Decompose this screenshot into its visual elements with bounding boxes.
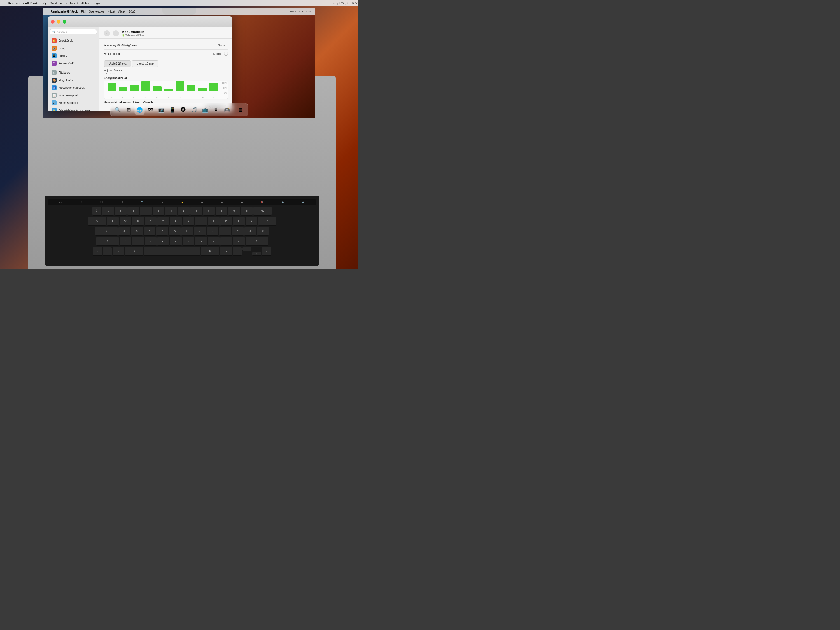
key-left[interactable]: ‹ (233, 247, 242, 256)
key-up[interactable]: ↑ (243, 247, 251, 251)
sidebar-item-adatvedelm[interactable]: 🔒 Adatvédelem és biztonság (49, 107, 98, 111)
key-j[interactable]: J (194, 227, 206, 236)
menubar-file[interactable]: Fájl (40, 2, 48, 5)
tb-search[interactable]: 🔍 (141, 201, 144, 203)
minimize-button[interactable] (57, 20, 60, 24)
sidebar-item-altalanos[interactable]: ⚙ Általános (49, 69, 98, 76)
menubar-app-name[interactable]: Rendszerbeállítások (6, 2, 40, 5)
key-3[interactable]: 3 (127, 207, 139, 216)
key-option-l[interactable]: ⌥ (112, 247, 124, 256)
key-t[interactable]: T (157, 217, 169, 226)
key-h[interactable]: H (182, 227, 193, 236)
key-g[interactable]: G (169, 227, 181, 236)
key-tab[interactable]: ↹ (88, 217, 106, 226)
menubar-edit[interactable]: Szerkesztés (48, 2, 68, 5)
key-d[interactable]: D (144, 227, 155, 236)
key-b[interactable]: B (183, 237, 194, 246)
screen-window[interactable]: Ablak (117, 10, 127, 13)
tb-vol-up[interactable]: 🔊 (302, 201, 305, 203)
key-i-acute[interactable]: Í (120, 237, 131, 246)
tb-brightness-down[interactable]: ☀ (81, 201, 82, 203)
key-cmd-l[interactable]: ⌘ (125, 247, 144, 256)
tb-esc[interactable]: esc (59, 201, 62, 203)
forward-button[interactable]: › (113, 30, 119, 36)
dock-finder[interactable]: 🔍 (113, 105, 123, 115)
key-r[interactable]: R (145, 217, 156, 226)
key-v[interactable]: V (170, 237, 182, 246)
key-o[interactable]: O (208, 217, 219, 226)
tb-playpause[interactable]: ⏯ (221, 201, 223, 203)
key-question[interactable]: ? (220, 237, 232, 246)
key-4[interactable]: 4 (140, 207, 152, 216)
key-right[interactable]: › (262, 247, 271, 256)
back-button[interactable]: ‹ (104, 30, 110, 36)
dock-safari[interactable]: 🌐 (135, 105, 145, 115)
key-u-long[interactable]: Ű (257, 227, 269, 236)
key-lshift[interactable]: ⇧ (96, 237, 119, 246)
key-x[interactable]: X (145, 237, 156, 246)
dock-game[interactable]: 🎮 (222, 105, 232, 115)
key-p[interactable]: P (220, 217, 232, 226)
tb-vol-down[interactable]: 🔉 (282, 201, 284, 203)
key-q[interactable]: Q (107, 217, 119, 226)
key-e[interactable]: E (132, 217, 144, 226)
menubar-view[interactable]: Nézet (68, 2, 80, 5)
dock-photos[interactable]: 📷 (156, 105, 167, 115)
key-ctrl[interactable]: ⌃ (103, 247, 112, 256)
menubar-window[interactable]: Ablak (80, 2, 91, 5)
key-section[interactable]: §0 (92, 207, 101, 216)
key-m[interactable]: M (208, 237, 219, 246)
tb-mission[interactable]: ⊞ (122, 201, 123, 203)
key-5[interactable]: 5 (153, 207, 164, 216)
key-a[interactable]: A (118, 227, 130, 236)
sidebar-item-fokusz[interactable]: 📱 Fókusz (49, 52, 98, 59)
key-backspace[interactable]: ⌫ (253, 207, 272, 216)
sidebar-item-kisegito[interactable]: ♿ Kisegítő lehetőségek (49, 84, 98, 91)
key-c[interactable]: C (157, 237, 169, 246)
tb-mute[interactable]: 🔇 (261, 201, 264, 203)
key-a-acute[interactable]: Á (245, 227, 256, 236)
maximize-button[interactable] (63, 20, 66, 24)
key-8[interactable]: 8 (190, 207, 202, 216)
dock-music[interactable]: 🎵 (189, 105, 199, 115)
key-space[interactable] (144, 247, 200, 256)
dock-tv[interactable]: 📺 (200, 105, 210, 115)
key-u[interactable]: U (183, 217, 194, 226)
dock-facetime[interactable]: 📱 (167, 105, 177, 115)
key-z[interactable]: Z (170, 217, 182, 226)
key-f[interactable]: F (156, 227, 168, 236)
screen-file[interactable]: Fájl (79, 10, 87, 13)
dock-launchpad[interactable]: ⊞ (124, 105, 134, 115)
key-return[interactable]: ↵ (258, 217, 276, 226)
key-option-r[interactable]: ⌥ (220, 247, 232, 256)
tab-24h[interactable]: Utolsó 24 óra (104, 60, 131, 67)
dock-appstore[interactable]: 🅐 (178, 105, 188, 115)
key-l[interactable]: L (219, 227, 231, 236)
sidebar-item-siri[interactable]: 🎤 Siri és Spotlight (49, 99, 98, 106)
low-power-value[interactable]: Soha ⌄ (218, 44, 228, 47)
tab-10d[interactable]: Utolsó 10 nap (132, 60, 158, 67)
sidebar-item-hang[interactable]: 🔊 Hang (49, 44, 98, 52)
key-e-acute[interactable]: É (232, 227, 243, 236)
key-2[interactable]: 2 (115, 207, 126, 216)
key-u-umlaut[interactable]: Ü (228, 207, 240, 216)
info-icon[interactable]: i (224, 52, 228, 56)
key-dash[interactable]: – (233, 237, 245, 246)
key-down[interactable]: ↓ (252, 252, 261, 256)
tb-siri[interactable]: ● (161, 201, 163, 203)
sidebar-item-kepernyo-ido[interactable]: ⏱ Képernyőidő (49, 60, 98, 67)
key-u-acute[interactable]: Ú (246, 217, 257, 226)
screen-edit[interactable]: Szerkesztés (87, 10, 106, 13)
key-n[interactable]: N (195, 237, 207, 246)
key-s[interactable]: S (131, 227, 143, 236)
dock-maps[interactable]: 🗺 (145, 105, 156, 115)
key-cmd-r[interactable]: ⌘ (201, 247, 219, 256)
key-9[interactable]: 9 (203, 207, 215, 216)
screen-help[interactable]: Súgó (127, 10, 137, 13)
key-o-acute[interactable]: Ó (241, 207, 253, 216)
tb-moon[interactable]: 🌙 (181, 201, 183, 203)
sidebar-item-vezerlo[interactable]: 📊 Vezérlőközpont (49, 92, 98, 99)
key-k[interactable]: K (207, 227, 218, 236)
tb-brightness-up[interactable]: ☀☀ (100, 201, 103, 203)
key-6[interactable]: 6 (165, 207, 177, 216)
